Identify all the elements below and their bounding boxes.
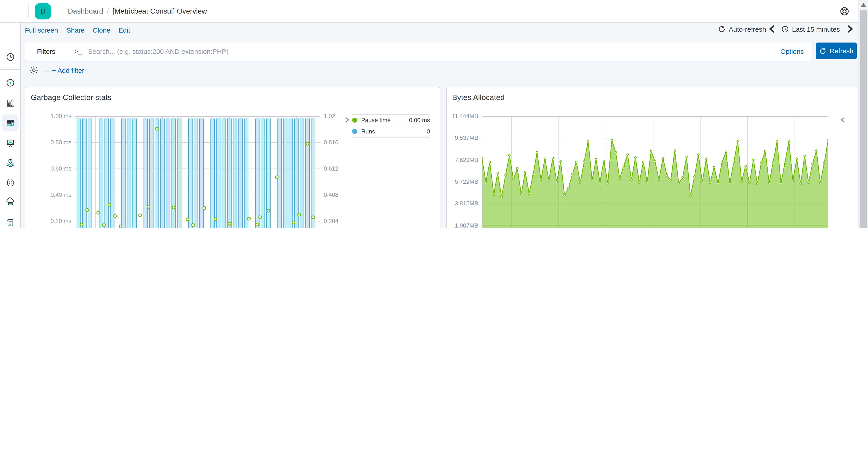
time-back-button[interactable] xyxy=(769,25,775,33)
canvas-icon xyxy=(5,138,15,148)
time-range-picker[interactable]: Last 15 minutes xyxy=(781,25,840,33)
y-axis-label: 1.907MB xyxy=(442,222,478,228)
chevron-left-icon xyxy=(769,25,775,33)
dashboard-icon xyxy=(5,118,15,128)
y-axis-label: 1.00 ms xyxy=(35,113,71,120)
filters-button[interactable]: Filters xyxy=(25,42,67,61)
y-axis-right-label: 0.408 xyxy=(324,191,351,199)
add-filter-button[interactable]: + Add filter xyxy=(52,66,84,74)
left-nav-sidebar xyxy=(0,22,21,228)
legend-divider xyxy=(352,126,430,126)
vertical-scrollbar xyxy=(858,0,868,228)
toolbar-link-full-screen[interactable]: Full screen xyxy=(25,26,58,34)
kibana-dashboard-page: D Dashboard / [Metricbeat Consul] Overvi… xyxy=(0,0,868,228)
y-axis-label: 5.722MB xyxy=(442,178,478,186)
sidebar-item-machine-learning[interactable] xyxy=(2,174,19,191)
legend-divider xyxy=(352,137,430,138)
chart-plot-gc xyxy=(74,116,320,228)
maps-icon xyxy=(5,158,15,168)
help-icon[interactable] xyxy=(839,6,850,17)
y-axis-label: 0.60 ms xyxy=(35,165,71,172)
visualize-icon xyxy=(5,98,15,108)
y-axis-label: 11.444MB xyxy=(442,113,478,120)
sidebar-item-dashboard[interactable] xyxy=(2,114,19,131)
y-axis-label: 3.815MB xyxy=(442,200,478,207)
header-divider xyxy=(29,4,29,18)
legend-dot xyxy=(352,118,357,122)
breadcrumb-current: [Metricbeat Consul] Overview xyxy=(112,7,207,15)
search-input[interactable] xyxy=(87,47,780,56)
legend-divider xyxy=(352,114,430,115)
logs-icon xyxy=(5,217,15,227)
chevron-right-icon xyxy=(847,25,854,33)
breadcrumb: Dashboard / [Metricbeat Consul] Overview xyxy=(68,0,207,22)
refresh-icon xyxy=(819,47,827,55)
sidebar-item-maps[interactable] xyxy=(2,154,19,171)
scrollbar-up-arrow[interactable] xyxy=(860,3,867,7)
y-axis-right-label: 0.612 xyxy=(324,165,351,172)
breadcrumb-dashboard[interactable]: Dashboard xyxy=(68,7,103,15)
y-axis-label: 0.40 ms xyxy=(35,191,71,199)
legend-label: Pause time xyxy=(361,117,391,123)
sidebar-item-discover[interactable] xyxy=(2,74,19,91)
y-axis-label: 9.537MB xyxy=(442,135,478,142)
toolbar-link-clone[interactable]: Clone xyxy=(93,26,110,34)
sidebar-item-canvas[interactable] xyxy=(2,134,19,151)
legend-value: 0.00 ms xyxy=(409,117,430,123)
legend-item-pause-time[interactable]: Pause time0.00 ms xyxy=(352,116,430,124)
sidebar-divider xyxy=(0,69,20,70)
sidebar-item-logs[interactable] xyxy=(2,214,19,228)
sidebar-item-recently-viewed[interactable] xyxy=(2,49,19,65)
auto-refresh-button[interactable]: Auto-refresh xyxy=(718,25,766,33)
breadcrumb-separator: / xyxy=(107,7,109,15)
discover-icon xyxy=(5,78,15,88)
legend-item-runs[interactable]: Runs0 xyxy=(352,127,430,135)
y-axis-label: 7.629MB xyxy=(442,156,478,164)
console-prompt-icon: >_ xyxy=(74,48,82,55)
refresh-button[interactable]: Refresh xyxy=(816,42,857,59)
legend-toggle-gc[interactable] xyxy=(344,116,351,123)
y-axis-label: 0.80 ms xyxy=(35,139,71,146)
legend-label: Runs xyxy=(361,128,375,135)
sidebar-item-infrastructure[interactable] xyxy=(2,194,19,210)
toolbar-link-edit[interactable]: Edit xyxy=(119,26,130,34)
y-axis-right-label: 0.816 xyxy=(324,139,351,146)
time-forward-button[interactable] xyxy=(847,25,854,33)
space-switcher-badge[interactable]: D xyxy=(35,3,51,20)
machine-learning-icon xyxy=(5,177,15,188)
recently-viewed-icon xyxy=(5,52,15,62)
y-axis-label: 0.20 ms xyxy=(35,218,71,225)
legend-dot xyxy=(352,129,357,134)
filter-settings-gear-icon[interactable] xyxy=(29,65,40,76)
toolbar-link-share[interactable]: Share xyxy=(66,26,85,34)
query-bar: Filters >_ Options xyxy=(25,41,812,61)
chart-title-gc: Garbage Collector stats xyxy=(31,93,112,102)
chart-plot-alloc xyxy=(482,116,828,228)
legend-toggle-alloc[interactable] xyxy=(839,116,846,123)
chart-title-alloc: Bytes Allocated xyxy=(452,93,505,102)
clock-icon xyxy=(781,25,789,33)
legend-value: 0 xyxy=(427,128,430,135)
refresh-icon xyxy=(718,25,725,33)
sidebar-item-visualize[interactable] xyxy=(2,94,19,111)
scrollbar-thumb[interactable] xyxy=(860,10,867,228)
y-axis-right-label: 0.204 xyxy=(324,218,351,225)
infrastructure-icon xyxy=(5,197,15,207)
options-button[interactable]: Options xyxy=(780,48,804,55)
